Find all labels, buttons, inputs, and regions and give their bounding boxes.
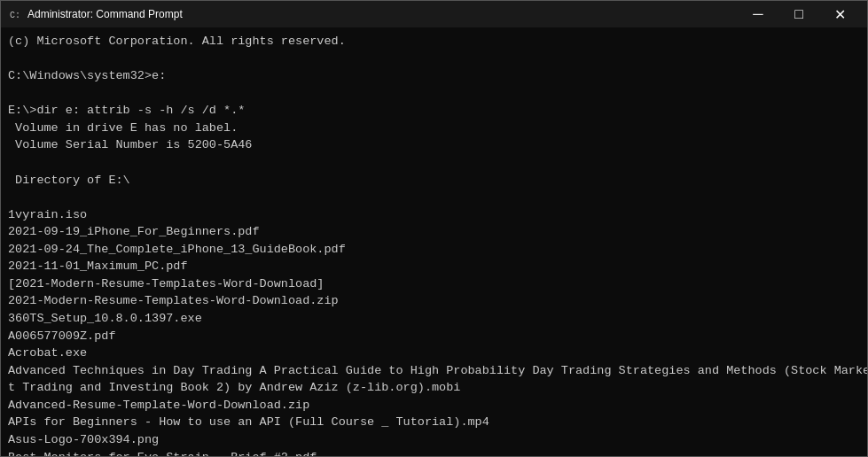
- window-title: Administrator: Command Prompt: [27, 8, 738, 20]
- svg-text:C:: C:: [10, 11, 20, 20]
- close-button[interactable]: ✕: [819, 1, 860, 27]
- maximize-button[interactable]: □: [778, 1, 819, 27]
- terminal-output[interactable]: (c) Microsoft Corporation. All rights re…: [1, 27, 867, 456]
- minimize-button[interactable]: ─: [738, 1, 778, 27]
- cmd-icon: C:: [8, 7, 22, 21]
- cmd-window: C: Administrator: Command Prompt ─ □ ✕ (…: [0, 0, 868, 457]
- window-controls: ─ □ ✕: [738, 1, 860, 27]
- title-bar: C: Administrator: Command Prompt ─ □ ✕: [1, 1, 867, 27]
